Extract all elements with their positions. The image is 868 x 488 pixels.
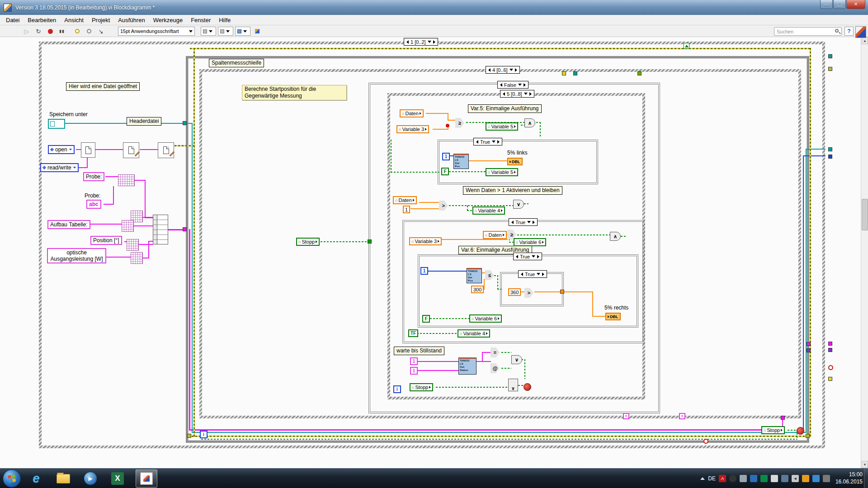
chevron-left-icon[interactable]: [406, 40, 409, 44]
tray-usb-icon[interactable]: [812, 475, 820, 482]
local-var-stopp[interactable]: Stopp: [296, 238, 320, 246]
font-dropdown[interactable]: 15pt Anwendungsschriftart: [118, 27, 195, 36]
format-node[interactable]: [131, 252, 143, 264]
chevron-down-icon[interactable]: [509, 69, 513, 71]
scroll-up-button[interactable]: ▲: [862, 37, 868, 44]
numeric-constant[interactable]: 360: [508, 288, 521, 296]
string-label[interactable]: Aufbau Tabelle:: [47, 220, 90, 229]
menu-werkzeuge[interactable]: Werkzeuge: [149, 15, 187, 25]
align-objects-dropdown[interactable]: [201, 27, 216, 36]
open-file-node[interactable]: [81, 142, 95, 158]
case-selector[interactable]: True: [513, 253, 542, 260]
retain-values-button[interactable]: [84, 26, 94, 36]
scrollbar-thumb[interactable]: [862, 199, 868, 230]
case-selector[interactable]: True: [509, 218, 538, 226]
run-continuous-button[interactable]: ↻: [33, 26, 43, 36]
taskbar-explorer-button[interactable]: [52, 469, 74, 488]
taskbar-ie-button[interactable]: e: [25, 469, 47, 488]
comment-label[interactable]: Var.5: Einmalige Ausführung: [468, 104, 542, 113]
case-selector[interactable]: False: [497, 81, 528, 89]
show-desktop-button[interactable]: [864, 469, 868, 488]
int-constant[interactable]: 1: [420, 267, 428, 275]
chevron-left-icon[interactable]: [516, 255, 518, 258]
local-var-daten[interactable]: Daten: [483, 231, 507, 239]
chevron-down-icon[interactable]: [537, 273, 540, 275]
comment-label[interactable]: Headerdatei: [127, 117, 161, 126]
string-label[interactable]: Probe:: [85, 192, 100, 199]
write-file-node[interactable]: [158, 142, 174, 158]
dbl-indicator[interactable]: DBL: [605, 313, 621, 320]
chevron-down-icon[interactable]: [428, 41, 431, 43]
chevron-left-icon[interactable]: [500, 83, 502, 87]
chevron-right-icon[interactable]: [529, 92, 532, 96]
dbl-indicator[interactable]: DBL: [507, 158, 523, 165]
string-label[interactable]: optische Ausgangsleistung [W]: [47, 248, 106, 263]
distribute-objects-dropdown[interactable]: [218, 27, 233, 36]
indicator-label[interactable]: 5% rechts: [604, 305, 628, 311]
indicator-label[interactable]: 5% links: [507, 150, 528, 156]
sequence-selector[interactable]: 1 [0..2]: [404, 38, 438, 46]
local-var-variable3[interactable]: Variable 3: [396, 125, 429, 133]
build-array-node[interactable]: [153, 215, 168, 244]
chevron-down-icon[interactable]: [532, 255, 535, 258]
loop-condition-terminal[interactable]: [797, 427, 804, 435]
write-file-node[interactable]: [123, 142, 139, 158]
file-path-control[interactable]: [48, 119, 65, 129]
open-mode-dropdown[interactable]: open: [48, 145, 75, 154]
vertical-scrollbar[interactable]: ▲ ▼: [861, 37, 868, 468]
maximize-button[interactable]: ▢: [833, 0, 846, 9]
chevron-right-icon[interactable]: [515, 68, 517, 72]
run-button[interactable]: ▶: [22, 26, 32, 36]
format-node[interactable]: [127, 239, 139, 251]
false-constant[interactable]: F: [441, 168, 449, 175]
loop-label[interactable]: Spaltenmessschleife: [209, 59, 264, 67]
sequence-selector[interactable]: 5 [0..8]: [500, 90, 534, 98]
numeric-constant[interactable]: 300: [471, 286, 484, 293]
abort-button[interactable]: [45, 26, 55, 36]
menu-bearbeiten[interactable]: Bearbeiten: [24, 15, 60, 25]
string-label[interactable]: Position [°]: [90, 236, 122, 245]
local-var-variable6[interactable]: Variable 6: [469, 314, 502, 323]
menu-fenster[interactable]: Fenster: [187, 15, 215, 25]
search-icon[interactable]: [835, 29, 839, 33]
chevron-left-icon[interactable]: [503, 92, 505, 96]
tray-volume-icon[interactable]: ◄: [792, 475, 799, 482]
chevron-left-icon[interactable]: [476, 140, 478, 144]
local-var-variable6[interactable]: Variable 6: [514, 238, 546, 246]
comment-label[interactable]: Wenn Daten > 1 Aktivieren und bleiben: [463, 186, 562, 195]
comment-label[interactable]: Berechne Startposition für die Gegenwärt…: [242, 85, 347, 100]
local-var-variable4[interactable]: Variable 4: [458, 329, 490, 338]
local-var-variable5[interactable]: Variable 5: [486, 168, 518, 176]
string-label[interactable]: Probe:: [83, 172, 104, 181]
help-button[interactable]: ?: [844, 27, 854, 36]
tray-update-icon[interactable]: [729, 475, 736, 482]
control-label[interactable]: Speichern unter: [49, 111, 88, 117]
reorder-button[interactable]: [252, 26, 262, 36]
minimize-button[interactable]: —: [820, 0, 833, 9]
tray-antivirus-icon[interactable]: [760, 475, 768, 482]
stop-terminal[interactable]: [524, 383, 531, 391]
tray-device-icon[interactable]: [740, 475, 747, 482]
local-var-daten[interactable]: Daten: [400, 109, 424, 117]
chevron-left-icon[interactable]: [511, 221, 514, 224]
local-var-stopp[interactable]: Stopp: [761, 426, 785, 434]
tango-get-status-node[interactable]: TANGO LS Get Status: [458, 357, 476, 375]
taskbar-labview-button[interactable]: [136, 469, 157, 488]
bool-constant-tf[interactable]: TF: [408, 329, 418, 337]
chevron-down-icon[interactable]: [492, 141, 495, 143]
tray-sync-icon[interactable]: [750, 475, 757, 482]
chevron-left-icon[interactable]: [488, 68, 491, 72]
taskbar-media-player-button[interactable]: ▶: [80, 469, 101, 488]
start-button[interactable]: [3, 469, 21, 488]
probe-icon-node[interactable]: [118, 174, 135, 186]
int-constant[interactable]: 1: [442, 153, 450, 160]
menu-ausfuehren[interactable]: Ausführen: [114, 15, 149, 25]
concat-node[interactable]: +: [679, 413, 685, 419]
scroll-down-button[interactable]: ▼: [862, 461, 868, 468]
and-node[interactable]: ∧: [610, 232, 621, 241]
string-constant[interactable]: 1: [410, 357, 418, 365]
chevron-down-icon[interactable]: [524, 93, 528, 95]
local-var-daten[interactable]: Daten: [393, 196, 417, 204]
compound-or-node[interactable]: ∨: [508, 379, 518, 391]
menu-projekt[interactable]: Projekt: [88, 15, 114, 25]
